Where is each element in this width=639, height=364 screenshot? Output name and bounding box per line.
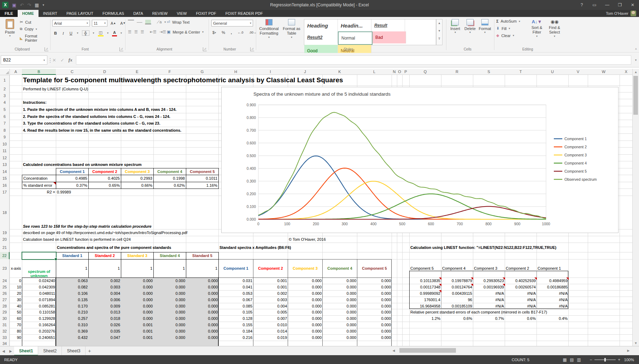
scroll-right-icon[interactable]: ▶ bbox=[626, 347, 631, 354]
cell-K27[interactable]: 0.000 bbox=[322, 297, 357, 303]
column-header-A[interactable]: A bbox=[10, 69, 22, 75]
style-heading[interactable]: Heading bbox=[304, 19, 338, 31]
cell-E28[interactable]: 0.000 bbox=[121, 303, 154, 309]
spectra-chart[interactable]: Spectra of the unknown mixture and of th… bbox=[221, 87, 619, 233]
cell-E16[interactable]: 0.66% bbox=[121, 182, 154, 189]
cell-G26[interactable]: 0.000 bbox=[186, 290, 219, 297]
align-left-icon[interactable]: ☰ bbox=[128, 30, 131, 34]
cell-C27[interactable]: 0.135 bbox=[56, 297, 89, 303]
merge-center-button[interactable]: ▣Merge & Center▾ bbox=[167, 30, 204, 34]
cell-A33[interactable]: 90 bbox=[10, 334, 22, 341]
cell-Q29[interactable]: Relative percent standard errors of each… bbox=[409, 309, 441, 316]
cell-T23[interactable]: Component 2 bbox=[505, 259, 537, 278]
cell-B32[interactable]: 0.203276 bbox=[22, 328, 56, 335]
column-header-I[interactable]: I bbox=[253, 69, 288, 75]
cell-E30[interactable]: 0.000 bbox=[121, 315, 154, 322]
fill-color-icon[interactable]: ◫ bbox=[98, 30, 104, 36]
cell-E15[interactable]: 0.2993 bbox=[121, 175, 154, 182]
cell-F33[interactable]: 0.000 bbox=[153, 334, 186, 341]
account-info[interactable]: Tom O'Haver bbox=[606, 10, 636, 17]
cell-D23[interactable]: 1 bbox=[88, 259, 121, 278]
ribbon-tab-home[interactable]: HOME bbox=[18, 10, 39, 17]
cell-F29[interactable]: 0.000 bbox=[153, 309, 186, 316]
name-box[interactable]: B22▾ bbox=[1, 55, 47, 65]
cell-S23[interactable]: Component 3 bbox=[473, 259, 505, 278]
column-header-B[interactable]: B bbox=[22, 69, 56, 75]
cell-H33[interactable]: 0.216 bbox=[218, 334, 253, 341]
font-family-select[interactable]: Arial▾ bbox=[52, 20, 90, 26]
row-header-11[interactable]: 11 bbox=[0, 147, 10, 155]
style-bad[interactable]: Bad bbox=[373, 31, 406, 43]
sheet-tab-sheet1[interactable]: Sheet1 bbox=[14, 346, 38, 356]
cell-G33[interactable]: 0.000 bbox=[186, 334, 219, 341]
column-header-T[interactable]: T bbox=[505, 69, 537, 75]
cell-B2[interactable]: Performed by LINEST (Columns Q-U) bbox=[22, 85, 56, 93]
cell-K33[interactable]: 0.000 bbox=[322, 334, 357, 341]
row-header-16[interactable]: 16 bbox=[0, 182, 10, 189]
cell-E33[interactable]: 0.001 bbox=[121, 334, 154, 341]
cell-A32[interactable]: 80 bbox=[10, 328, 22, 335]
cell-D22[interactable]: Standard 2 bbox=[88, 252, 121, 259]
cell-I24[interactable]: 0.001 bbox=[253, 278, 288, 284]
cell-G24[interactable]: 0.000 bbox=[186, 278, 219, 284]
legend-entry[interactable]: Component 2 bbox=[554, 145, 587, 149]
cell-G14[interactable]: Component 5 bbox=[186, 168, 219, 175]
cell-F16[interactable]: 0.62% bbox=[153, 182, 186, 189]
legend-entry[interactable]: Observed spectrum bbox=[554, 177, 597, 181]
cell-A30[interactable]: 60 bbox=[10, 315, 22, 322]
row-header-12[interactable]: 12 bbox=[0, 154, 10, 161]
cell-L31[interactable]: 0.000 bbox=[357, 322, 392, 328]
row-header-15[interactable]: 15 bbox=[0, 175, 10, 182]
number-dialog-launcher[interactable]: ◿ bbox=[250, 47, 254, 51]
row-header-21[interactable]: 21 bbox=[0, 243, 10, 252]
scroll-up-icon[interactable]: ▲ bbox=[633, 69, 639, 75]
cell-E25[interactable]: 0.000 bbox=[121, 284, 154, 291]
ribbon-tab-foxit-pdf[interactable]: FOXIT PDF bbox=[191, 10, 221, 17]
column-header-L[interactable]: L bbox=[357, 69, 392, 75]
cell-K29[interactable]: 0.000 bbox=[322, 309, 357, 316]
cell-B20[interactable]: Calculation based on LINEST function is … bbox=[22, 236, 56, 243]
ribbon-tab-foxit-reader-pdf[interactable]: FOXIT READER PDF bbox=[221, 10, 268, 17]
style-heading2[interactable]: Headin... bbox=[338, 19, 371, 31]
cell-G28[interactable]: 0.000 bbox=[186, 303, 219, 309]
cell-G30[interactable]: 0.000 bbox=[186, 315, 219, 322]
cell-E24[interactable]: 0.000 bbox=[121, 278, 154, 284]
cell-B8[interactable]: 4. Read the results below in row 15, in … bbox=[22, 127, 56, 134]
cell-B4[interactable]: Instructions: bbox=[22, 99, 56, 106]
cell-K31[interactable]: 0.000 bbox=[322, 322, 357, 328]
cell-J28[interactable]: 0.000 bbox=[288, 303, 323, 309]
cell-B24[interactable]: 0.024240 bbox=[22, 278, 56, 284]
ribbon-tab-file[interactable]: FILE bbox=[0, 10, 18, 17]
align-center-icon[interactable]: ☰ bbox=[134, 30, 138, 34]
cell-D15[interactable]: 0.4025 bbox=[88, 175, 121, 182]
formula-input[interactable] bbox=[76, 55, 631, 65]
cell-C15[interactable]: 0.4985 bbox=[56, 175, 89, 182]
cell-B27[interactable]: 0.071894 bbox=[22, 297, 56, 303]
cell-C25[interactable]: 0.082 bbox=[56, 284, 89, 291]
column-header-P[interactable]: P bbox=[402, 69, 410, 75]
cell-B25[interactable]: 0.042309 bbox=[22, 284, 56, 291]
cell-B18[interactable]: See rows 123 to 158 for the step-by-step… bbox=[22, 196, 56, 229]
cell-A26[interactable]: 20 bbox=[10, 290, 22, 297]
cell-S30[interactable]: 0.7% bbox=[473, 315, 505, 322]
cell-Q30[interactable]: 1.2% bbox=[409, 315, 441, 322]
cell-J23[interactable]: Component 3 bbox=[288, 259, 323, 278]
orientation-icon[interactable]: ⟋a bbox=[157, 20, 162, 24]
cell-D14[interactable]: Component 2 bbox=[88, 168, 121, 175]
align-top-icon[interactable]: ▔▔ bbox=[128, 20, 134, 24]
cell-Q21[interactable]: Calculation using LINEST function: "=LIN… bbox=[409, 243, 441, 252]
align-bottom-icon[interactable]: ▁▁ bbox=[145, 20, 151, 24]
cell-G15[interactable]: 0.1011 bbox=[186, 175, 219, 182]
row-header-2[interactable]: 2 bbox=[0, 85, 10, 93]
cell-L27[interactable]: 0.000 bbox=[357, 297, 392, 303]
cell-E31[interactable]: 0.001 bbox=[121, 322, 154, 328]
cell-B26[interactable]: 0.048011 bbox=[22, 290, 56, 297]
cell-I31[interactable]: 0.010 bbox=[253, 322, 288, 328]
cell-R26[interactable]: 0.00439115 bbox=[441, 290, 473, 297]
minimize-button[interactable]: — bbox=[601, 0, 614, 10]
cell-F30[interactable]: 0.000 bbox=[153, 315, 186, 322]
sheet-nav-left-icon[interactable]: ◀ bbox=[0, 346, 7, 356]
cell-U28[interactable]: #N/A bbox=[537, 303, 569, 309]
new-sheet-button[interactable]: + bbox=[86, 346, 93, 356]
cell-G32[interactable]: 0.000 bbox=[186, 328, 219, 335]
